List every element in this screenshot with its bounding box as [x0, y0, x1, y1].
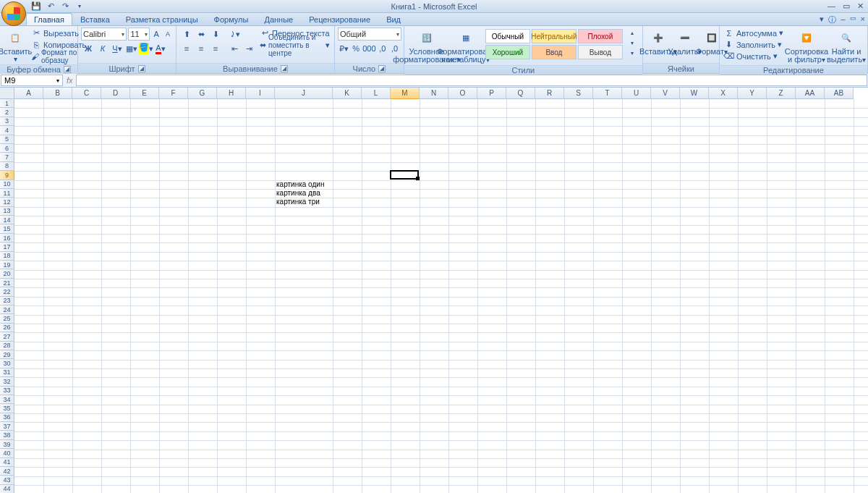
- font-size-combo[interactable]: 11▾: [128, 28, 150, 41]
- qat-save-icon[interactable]: 💾: [30, 1, 42, 12]
- close-button[interactable]: ✕: [857, 1, 864, 11]
- column-header[interactable]: AA: [796, 88, 825, 99]
- clipboard-dialog-icon[interactable]: ◢: [64, 66, 71, 73]
- row-header[interactable]: 42: [0, 467, 14, 476]
- row-header[interactable]: 19: [0, 261, 14, 269]
- tab-вид[interactable]: Вид: [378, 13, 409, 25]
- row-header[interactable]: 27: [0, 332, 14, 341]
- row-header[interactable]: 15: [0, 224, 14, 233]
- row-header[interactable]: 35: [0, 404, 14, 413]
- tab-разметка страницы[interactable]: Разметка страницы: [118, 13, 206, 25]
- font-name-combo[interactable]: Calibri▾: [81, 28, 127, 41]
- column-header[interactable]: O: [448, 88, 477, 99]
- row-header[interactable]: 22: [0, 287, 14, 296]
- row-header[interactable]: 34: [0, 395, 14, 404]
- sort-filter-button[interactable]: 🔽Сортировка и фильтр▾: [787, 28, 826, 65]
- style-cell[interactable]: Хороший: [485, 45, 530, 59]
- column-header[interactable]: Y: [738, 88, 767, 99]
- fill-button[interactable]: ⬇Заполнить▾: [723, 39, 785, 50]
- row-header[interactable]: 14: [0, 216, 14, 224]
- cell-value[interactable]: картинка три: [275, 198, 320, 206]
- row-header[interactable]: 41: [0, 458, 14, 467]
- find-select-button[interactable]: 🔍Найти и выделить▾: [828, 28, 864, 65]
- percent-button[interactable]: %: [350, 42, 362, 55]
- row-header[interactable]: 36: [0, 413, 14, 422]
- ribbon-close-icon[interactable]: –: [841, 14, 845, 25]
- maximize-button[interactable]: ▭: [843, 1, 850, 11]
- row-header[interactable]: 24: [0, 306, 14, 314]
- column-header[interactable]: Q: [506, 88, 535, 99]
- column-header[interactable]: R: [535, 88, 564, 99]
- bold-button[interactable]: Ж: [81, 42, 95, 55]
- indent-increase-button[interactable]: ⇥: [242, 42, 256, 55]
- indent-decrease-button[interactable]: ⇤: [227, 42, 242, 55]
- align-top-button[interactable]: ⬆: [179, 28, 194, 41]
- row-header[interactable]: 1: [0, 99, 14, 108]
- row-header[interactable]: 31: [0, 368, 14, 377]
- row-header[interactable]: 29: [0, 350, 14, 359]
- column-header[interactable]: W: [680, 88, 709, 99]
- row-header[interactable]: 32: [0, 377, 14, 386]
- style-cell[interactable]: Нейтральный: [532, 29, 576, 43]
- font-color-button[interactable]: A▾: [153, 42, 168, 55]
- row-header[interactable]: 7: [0, 153, 14, 161]
- tab-вставка[interactable]: Вставка: [72, 13, 118, 25]
- number-dialog-icon[interactable]: ◢: [378, 65, 386, 72]
- font-dialog-icon[interactable]: ◢: [138, 65, 145, 72]
- row-header[interactable]: 10: [0, 180, 14, 189]
- row-header[interactable]: 12: [0, 198, 14, 206]
- align-center-button[interactable]: ≡: [194, 42, 208, 55]
- column-header[interactable]: A: [14, 88, 43, 99]
- align-middle-button[interactable]: ⬌: [194, 28, 208, 41]
- row-header[interactable]: 13: [0, 207, 14, 216]
- qat-undo-icon[interactable]: ↶: [45, 1, 56, 12]
- cell-value[interactable]: картинка один: [275, 180, 324, 188]
- row-header[interactable]: 16: [0, 234, 14, 243]
- row-header[interactable]: 5: [0, 135, 14, 144]
- column-header[interactable]: F: [159, 88, 188, 99]
- name-box[interactable]: M9▾: [1, 75, 63, 86]
- tab-данные[interactable]: Данные: [256, 13, 301, 25]
- qat-redo-icon[interactable]: ↷: [59, 1, 71, 12]
- row-header[interactable]: 18: [0, 252, 14, 261]
- office-button[interactable]: [1, 1, 26, 26]
- column-header[interactable]: D: [101, 88, 130, 99]
- row-header[interactable]: 30: [0, 359, 14, 368]
- row-header[interactable]: 28: [0, 342, 14, 350]
- row-header[interactable]: 17: [0, 243, 14, 251]
- select-all-corner[interactable]: [0, 88, 14, 99]
- column-header[interactable]: N: [420, 88, 448, 99]
- align-bottom-button[interactable]: ⬇: [208, 28, 223, 41]
- gallery-more-icon[interactable]: ▾: [625, 48, 639, 58]
- row-header[interactable]: 11: [0, 189, 14, 198]
- column-header[interactable]: C: [72, 88, 101, 99]
- row-header[interactable]: 26: [0, 324, 14, 332]
- insert-cells-button[interactable]: ➕Вставить▾: [646, 28, 671, 57]
- underline-button[interactable]: Ч▾: [110, 42, 124, 55]
- autosum-button[interactable]: ΣАвтосумма▾: [723, 28, 785, 38]
- help-icon[interactable]: ⓘ: [828, 14, 836, 25]
- column-header[interactable]: Z: [767, 88, 796, 99]
- currency-button[interactable]: ₽▾: [338, 42, 350, 55]
- column-header[interactable]: AB: [825, 88, 854, 99]
- paste-button[interactable]: 📋 Вставить▾: [3, 28, 27, 64]
- column-header[interactable]: P: [477, 88, 506, 99]
- grow-font-button[interactable]: A: [151, 28, 161, 41]
- ribbon-minimize-icon[interactable]: ▾: [820, 14, 824, 25]
- row-header[interactable]: 20: [0, 269, 14, 278]
- column-header[interactable]: L: [362, 88, 391, 99]
- decimal-increase-button[interactable]: ,0: [376, 42, 388, 55]
- row-header[interactable]: 25: [0, 314, 14, 323]
- column-header[interactable]: M: [391, 88, 420, 99]
- qat-dropdown-icon[interactable]: ▾: [74, 1, 85, 12]
- column-header[interactable]: U: [622, 88, 651, 99]
- column-header[interactable]: S: [564, 88, 593, 99]
- ribbon-options-icon[interactable]: ▭: [850, 14, 856, 25]
- column-header[interactable]: X: [709, 88, 738, 99]
- cell-value[interactable]: картинка два: [275, 189, 320, 197]
- row-header[interactable]: 3: [0, 117, 14, 126]
- row-header[interactable]: 8: [0, 162, 14, 171]
- row-header[interactable]: 2: [0, 108, 14, 117]
- tab-рецензирование[interactable]: Рецензирование: [301, 13, 378, 25]
- column-header[interactable]: H: [217, 88, 246, 99]
